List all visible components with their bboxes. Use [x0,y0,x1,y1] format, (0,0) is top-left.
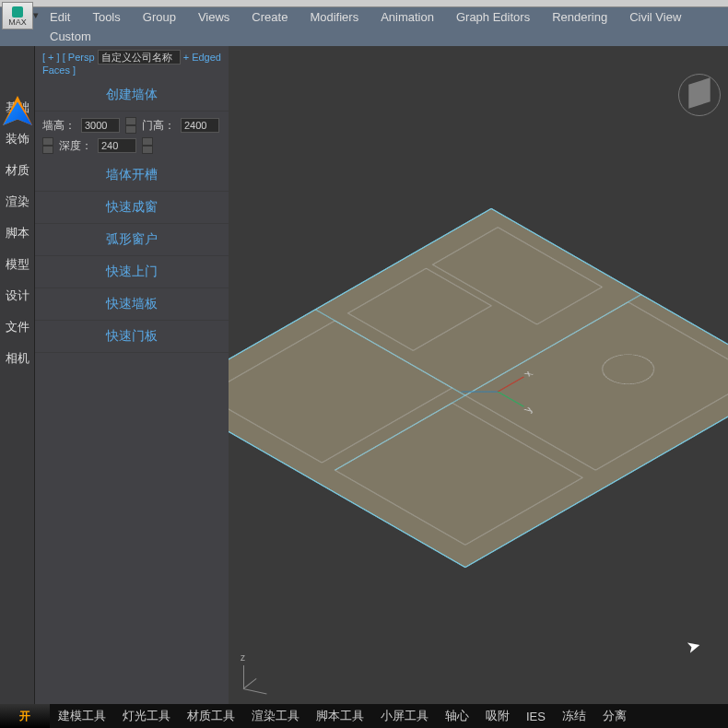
floor-plan-model: x y [229,186,728,590]
bb-snap[interactable]: 吸附 [477,708,518,724]
quick-door-button[interactable]: 快速上门 [35,256,229,288]
tab-camera[interactable]: 相机 [0,343,34,374]
side-panel: [ + ] [ Persp + Edged Faces ] 创建墙体 墙高： 门… [35,46,229,704]
bb-ies[interactable]: IES [518,710,554,723]
menubar: Edit Tools Group Views Create Modifiers … [0,7,728,46]
tab-render[interactable]: 渲染 [0,186,34,217]
left-tab-strip: 基础 装饰 材质 渲染 脚本 模型 设计 文件 相机 [0,46,35,704]
menu-group[interactable]: Group [132,7,187,27]
quick-door-panel-button[interactable]: 快速门板 [35,321,229,353]
tab-model[interactable]: 模型 [0,249,34,280]
menu-tools[interactable]: Tools [81,7,131,27]
mouse-cursor-icon: ➤ [684,634,702,657]
menu-custom[interactable]: Custom [39,27,102,46]
menu-civil-view[interactable]: Civil View [618,7,692,27]
tab-file[interactable]: 文件 [0,311,34,343]
bb-detach[interactable]: 分离 [594,708,635,724]
menu-edit[interactable]: Edit [39,7,81,27]
quick-window-button[interactable]: 快速成窗 [35,192,229,224]
company-name-field[interactable] [98,50,181,65]
tab-design[interactable]: 设计 [0,280,34,311]
door-height-spinner[interactable] [42,137,53,154]
bb-material-tools[interactable]: 材质工具 [179,708,243,724]
axis-indicator [238,658,275,695]
max-app-icon[interactable]: MAX [2,2,33,29]
quick-wall-panel-button[interactable]: 快速墙板 [35,288,229,321]
wall-height-spinner[interactable] [125,117,136,134]
menu-rendering[interactable]: Rendering [541,7,618,27]
wall-params: 墙高： 门高： 深度： [35,112,229,159]
bb-render-tools[interactable]: 渲染工具 [243,708,308,724]
menu-modifiers[interactable]: Modifiers [299,7,370,27]
tab-decoration[interactable]: 装饰 [0,123,34,155]
menu-views[interactable]: Views [187,7,241,27]
bb-freeze[interactable]: 冻结 [554,708,594,724]
create-wall-button[interactable]: 创建墙体 [35,79,229,112]
bottom-toolbar: 开 建模工具 灯光工具 材质工具 渲染工具 脚本工具 小屏工具 轴心 吸附 IE… [0,704,728,728]
menu-animation[interactable]: Animation [370,7,445,27]
tab-material[interactable]: 材质 [0,155,34,186]
bb-script-tools[interactable]: 脚本工具 [308,708,372,724]
viewport-3d[interactable]: x y ➤ [229,46,728,704]
bb-pivot[interactable]: 轴心 [437,708,477,724]
viewport-label-prefix: [ + ] [ Persp [42,52,95,63]
wall-slot-button[interactable]: 墙体开槽 [35,159,229,192]
bottom-logo-icon: 开 [0,704,50,728]
depth-input[interactable] [98,138,136,153]
arc-window-button[interactable]: 弧形窗户 [35,224,229,256]
bb-lighting-tools[interactable]: 灯光工具 [114,708,179,724]
wall-height-label: 墙高： [42,118,76,134]
wall-height-input[interactable] [81,118,120,133]
tab-script[interactable]: 脚本 [0,217,34,249]
depth-label: 深度： [59,138,92,154]
bb-modeling-tools[interactable]: 建模工具 [50,708,114,724]
door-height-input[interactable] [181,118,219,133]
bb-small-screen-tools[interactable]: 小屏工具 [372,708,437,724]
menu-graph-editors[interactable]: Graph Editors [445,7,541,27]
depth-spinner[interactable] [142,137,153,154]
app-menu-dropdown-icon[interactable]: ▾ [33,9,39,21]
menu-create[interactable]: Create [241,7,299,27]
door-height-label: 门高： [142,118,175,134]
view-cube-gizmo[interactable] [678,74,721,116]
